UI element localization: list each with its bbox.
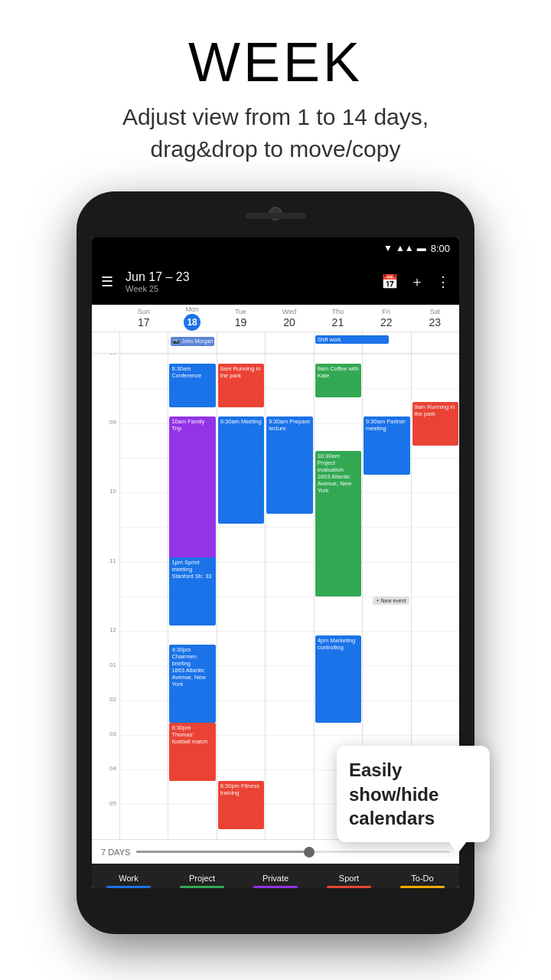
- page-subtitle: Adjust view from 1 to 14 days,drag&drop …: [23, 101, 528, 165]
- phone-body: ▼ ▲▲ ▬ 8:00 ☰ Jun 17 – 23 Week 25 📅 ＋: [77, 191, 474, 934]
- all-day-sat: [411, 332, 459, 353]
- time-03: 03: [109, 730, 116, 737]
- slider-label: 7 DAYS: [101, 848, 130, 857]
- tab-sport-line: [327, 886, 371, 888]
- battery-icon: ▬: [417, 243, 426, 253]
- top-section: WEEK Adjust view from 1 to 14 days,drag&…: [0, 0, 551, 181]
- day-headers: Sun 17 Mon 18 Tue 19 Wed 20: [92, 305, 459, 332]
- thomas-football-event[interactable]: 6:30pm Thomas' football match: [169, 723, 215, 781]
- header-right: 📅 ＋ ⋮: [381, 273, 450, 291]
- conference-event[interactable]: 8:30am Conference: [169, 364, 215, 407]
- all-day-row: 📷 John Morgan Shift work: [92, 332, 459, 354]
- all-day-time-col: [92, 332, 119, 353]
- time-col-header: [92, 305, 119, 332]
- tab-project-line: [180, 886, 224, 888]
- fitness-event[interactable]: 8:30pm Fitness training: [218, 781, 264, 829]
- day-header-sun: Sun 17: [119, 305, 168, 332]
- day-header-sat: Sat 23: [411, 305, 459, 332]
- tab-project-label: Project: [189, 874, 215, 883]
- header-left: ☰ Jun 17 – 23 Week 25: [101, 270, 190, 293]
- coffee-kate-event[interactable]: 8am Coffee with Kate: [315, 364, 361, 397]
- tab-private-label: Private: [262, 874, 289, 883]
- time-04: 04: [109, 765, 116, 772]
- slider-bar: 7 DAYS: [92, 839, 459, 864]
- time-labels: 08 09 10 11 12 01 02 03 04 05: [92, 354, 119, 839]
- all-day-tue: [217, 332, 265, 353]
- menu-icon[interactable]: ☰: [101, 273, 113, 290]
- status-bar: ▼ ▲▲ ▬ 8:00: [92, 237, 459, 259]
- sat-running-event[interactable]: 9am Running in the park: [412, 402, 458, 446]
- time-12: 12: [109, 626, 116, 633]
- all-day-mon: 📷 John Morgan: [168, 332, 216, 353]
- prepare-lecture-event[interactable]: 9:30am Prepare lecture: [266, 416, 312, 514]
- status-time: 8:00: [431, 243, 450, 254]
- time-08: 08: [109, 354, 116, 356]
- grid-col-mon: 8:30am Conference 10am Family Trip 1pm S…: [168, 354, 216, 839]
- time-02: 02: [109, 696, 116, 703]
- day-header-mon: Mon 18: [168, 305, 216, 332]
- project-eval-event[interactable]: 10:30am Project evaluation1663 Atlantic …: [315, 451, 361, 596]
- time-09: 09: [109, 419, 116, 426]
- day-header-fri: Fri 22: [362, 305, 410, 332]
- shift-work-event[interactable]: Shift work: [315, 335, 389, 344]
- sprint-meeting-event[interactable]: 1pm Sprint meetingStanford Str. 33: [169, 557, 215, 626]
- calendar-icon[interactable]: 📅: [381, 273, 398, 290]
- day-header-tue: Tue 19: [217, 305, 265, 332]
- date-range: Jun 17 – 23: [126, 270, 190, 284]
- phone-mockup: ▼ ▲▲ ▬ 8:00 ☰ Jun 17 – 23 Week 25 📅 ＋: [77, 191, 474, 934]
- slider-track[interactable]: [136, 851, 450, 853]
- tooltip-text: Easilyshow/hidecalendars: [349, 758, 478, 830]
- header-date-info: Jun 17 – 23 Week 25: [126, 270, 190, 293]
- day-header-wed: Wed 20: [265, 305, 313, 332]
- grid-col-sun: [119, 354, 168, 839]
- page-title: WEEK: [23, 31, 528, 93]
- tab-work-label: Work: [119, 874, 138, 883]
- tab-private[interactable]: Private: [239, 874, 312, 888]
- partner-meeting-event[interactable]: 9:30am Partner meeting: [364, 416, 409, 475]
- tab-sport[interactable]: Sport: [312, 874, 386, 888]
- week-label: Week 25: [126, 284, 190, 293]
- time-01: 01: [109, 662, 116, 668]
- slider-fill: [136, 851, 308, 853]
- tab-todo-line: [400, 886, 445, 888]
- slider-thumb[interactable]: [304, 847, 315, 858]
- status-icons: ▼ ▲▲ ▬: [383, 243, 426, 253]
- add-icon[interactable]: ＋: [410, 273, 424, 291]
- tab-work-line: [106, 886, 151, 888]
- new-event-button[interactable]: + New event: [373, 596, 409, 605]
- time-05: 05: [109, 800, 116, 807]
- time-11: 11: [109, 557, 116, 564]
- tab-todo[interactable]: To-Do: [386, 874, 459, 888]
- marketing-event[interactable]: 4pm Marketing controlling: [315, 635, 361, 723]
- day-header-thu: Thu 21: [314, 305, 362, 332]
- grid-col-wed: 9:30am Prepare lecture: [265, 354, 313, 839]
- time-10: 10: [109, 488, 116, 495]
- speaker-icon: [245, 213, 306, 219]
- tab-private-line: [253, 886, 298, 888]
- tab-todo-label: To-Do: [411, 874, 433, 883]
- app-header: ☰ Jun 17 – 23 Week 25 📅 ＋ ⋮: [92, 259, 459, 305]
- cal-tab-bar: Work Project Private Sport To-Do: [92, 864, 459, 888]
- all-day-thu: Shift work: [314, 332, 362, 353]
- tab-sport-label: Sport: [339, 874, 359, 883]
- tue-running-event[interactable]: 8am Running in the park: [218, 364, 264, 407]
- tab-project[interactable]: Project: [165, 874, 239, 888]
- tooltip-bubble: Easilyshow/hidecalendars: [337, 746, 490, 842]
- wifi-icon: ▼: [383, 243, 393, 253]
- john-morgan-event[interactable]: 📷 John Morgan: [171, 337, 214, 346]
- all-day-sun: [119, 332, 168, 353]
- signal-icon: ▲▲: [396, 243, 414, 253]
- tue-meeting-event[interactable]: 9:30am Meeting: [218, 416, 264, 523]
- grid-col-tue: 8am Running in the park 9:30am Meeting 8…: [217, 354, 265, 839]
- chairmen-briefing-event[interactable]: 4:30pm Chairmen briefing1663 Atlantic Av…: [169, 645, 215, 722]
- more-icon[interactable]: ⋮: [436, 273, 450, 290]
- tab-work[interactable]: Work: [92, 874, 165, 888]
- all-day-wed: [265, 332, 313, 353]
